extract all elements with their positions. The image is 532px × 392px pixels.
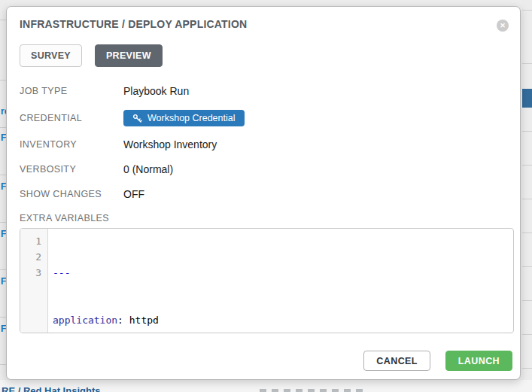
background-text-marks [260,389,365,392]
close-icon[interactable]: ✕ [497,20,509,32]
credential-badge[interactable]: Workshop Credential [123,110,245,126]
field-row-verbosity: VERBOSITY 0 (Normal) [20,163,507,175]
field-value: 0 (Normal) [123,163,173,175]
editor-code-area[interactable]: --- application: httpd [48,229,513,333]
editor-line-number-gutter: 1 2 3 [20,229,48,333]
field-label: JOB TYPE [20,86,123,96]
tab-preview[interactable]: PREVIEW [95,44,163,67]
background-bottom-row: RE / Red Hat Insights [0,380,532,392]
field-value: Playbook Run [123,85,189,97]
cancel-button[interactable]: CANCEL [363,351,430,371]
field-value: Workshop Inventory [123,138,217,150]
field-label: CREDENTIAL [20,113,123,123]
field-row-job-type: JOB TYPE Playbook Run [20,85,507,97]
field-list: JOB TYPE Playbook Run CREDENTIAL Worksho… [20,85,507,200]
line-number: 3 [20,265,41,281]
yaml-doc-marker: --- [53,267,70,278]
field-label: INVENTORY [20,139,123,150]
field-row-credential: CREDENTIAL Workshop Credential [20,110,507,126]
field-label: SHOW CHANGES [20,189,123,199]
yaml-key: application [53,315,117,326]
field-row-inventory: INVENTORY Workshop Inventory [20,138,507,150]
code-line: --- [53,265,513,281]
tab-survey[interactable]: SURVEY [20,44,82,67]
launch-button[interactable]: LAUNCH [445,351,512,371]
field-row-show-changes: SHOW CHANGES OFF [20,188,507,200]
field-value: OFF [123,188,144,200]
field-label: VERBOSITY [20,164,123,175]
code-line: application: httpd [53,312,513,328]
tab-bar: SURVEY PREVIEW [20,44,507,67]
modal-title: INFRASTRUCTURE / DEPLOY APPLICATION [20,18,507,30]
credential-badge-label: Workshop Credential [147,113,236,123]
line-number: 1 [20,233,41,249]
extra-variables-editor[interactable]: 1 2 3 --- application: httpd [20,228,514,333]
deploy-application-modal: INFRASTRUCTURE / DEPLOY APPLICATION ✕ SU… [6,6,521,380]
modal-footer: CANCEL LAUNCH [363,351,512,371]
background-link-fragment: RE / Red Hat Insights [2,385,100,392]
key-icon [132,114,142,123]
line-number: 2 [20,249,41,265]
yaml-value: : httpd [117,315,159,326]
background-table-right-edge [522,0,532,392]
screen: re F F F F F RE / Red Hat Insights INFRA… [0,0,532,392]
extra-variables-label: EXTRA VARIABLES [20,213,507,223]
background-highlight-block [522,89,532,108]
